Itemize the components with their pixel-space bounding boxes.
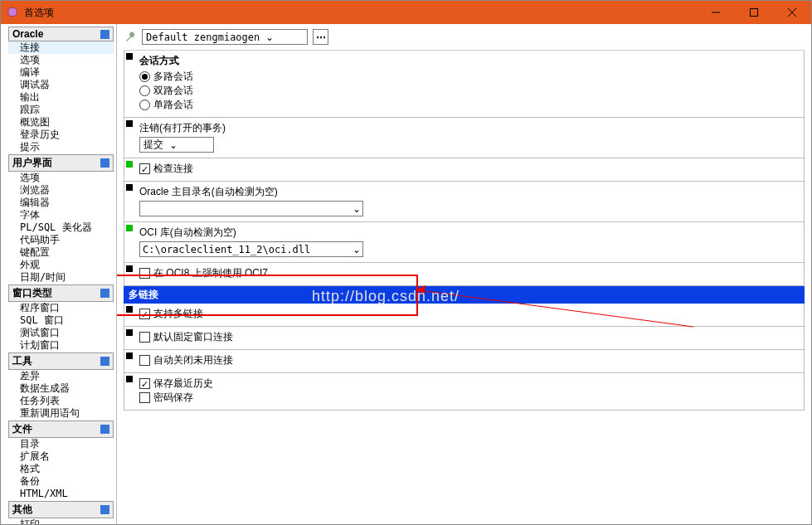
- tree-item[interactable]: 键配置: [8, 246, 114, 259]
- support-multi-checkbox[interactable]: [139, 309, 150, 319]
- tree-item[interactable]: 目录: [8, 438, 114, 450]
- category-header[interactable]: 文件: [8, 420, 114, 438]
- category-header[interactable]: 用户界面: [8, 154, 114, 172]
- chevron-down-icon: ⌄: [350, 244, 362, 255]
- logout-value: 提交: [140, 138, 167, 152]
- tree-item[interactable]: 字体: [8, 209, 114, 221]
- save-password-checkbox[interactable]: [139, 392, 150, 403]
- svg-rect-2: [751, 9, 758, 17]
- tree-item[interactable]: 数据生成器: [8, 382, 114, 395]
- tree-item[interactable]: 外观: [8, 259, 114, 271]
- handle-icon: [126, 306, 133, 313]
- force-oci7-label: 在 OCI8 上强制使用 OCI7: [153, 266, 268, 280]
- session-radio[interactable]: [139, 85, 150, 96]
- tree-item[interactable]: PL/SQL 美化器: [8, 221, 114, 234]
- tree-item[interactable]: 提示: [8, 141, 114, 153]
- tree-item[interactable]: 代码助手: [8, 234, 114, 246]
- tree-item[interactable]: 选项: [8, 172, 114, 184]
- force-oci7-checkbox[interactable]: [139, 268, 150, 279]
- tree-item[interactable]: 测试窗口: [8, 327, 114, 339]
- session-heading: 会话方式: [139, 54, 799, 68]
- tree-item[interactable]: 编译: [8, 66, 114, 79]
- category-header[interactable]: 工具: [8, 352, 114, 370]
- tree-item[interactable]: 备份: [8, 475, 114, 488]
- tree-item[interactable]: 格式: [8, 463, 114, 475]
- handle-icon: [126, 53, 133, 60]
- session-radio[interactable]: [139, 71, 150, 82]
- category-label: 文件: [12, 422, 32, 436]
- titlebar: 首选项: [1, 1, 811, 24]
- tree-item[interactable]: 计划窗口: [8, 339, 114, 352]
- dropdown-icon: [100, 30, 109, 39]
- category-label: 用户界面: [12, 156, 52, 170]
- fixed-window-checkbox[interactable]: [139, 332, 150, 343]
- wrench-icon: [124, 31, 137, 44]
- handle-icon: [126, 376, 133, 382]
- tree-item[interactable]: 选项: [8, 54, 114, 66]
- logout-label: 注销(有打开的事务): [139, 121, 799, 135]
- profile-select[interactable]: Default zengmiaogen ⌄: [142, 29, 308, 45]
- tree-item[interactable]: 登录历史: [8, 129, 114, 141]
- save-history-label: 保存最近历史: [153, 377, 213, 391]
- chevron-down-icon: ⌄: [167, 139, 179, 151]
- category-header[interactable]: Oracle: [8, 27, 114, 41]
- support-multi-label: 支持多链接: [153, 307, 203, 321]
- profile-value: Default zengmiaogen: [143, 32, 263, 43]
- sidebar[interactable]: Oracle连接选项编译调试器输出跟踪概览图登录历史提示用户界面选项浏览器编辑器…: [1, 24, 117, 524]
- category-header[interactable]: 其他: [8, 501, 114, 518]
- tree-item[interactable]: 输出: [8, 91, 114, 104]
- category-header[interactable]: 窗口类型: [8, 284, 114, 302]
- section-save-history: 保存最近历史 密码保存: [124, 373, 805, 411]
- section-auto-close: 自动关闭未用连接: [124, 350, 805, 373]
- section-support-multi: 支持多链接: [124, 304, 805, 327]
- tree-item[interactable]: 调试器: [8, 79, 114, 91]
- check-connection-checkbox[interactable]: [139, 163, 150, 174]
- tree-item[interactable]: 日期/时间: [8, 271, 114, 284]
- dropdown-icon: [100, 357, 109, 366]
- chevron-down-icon: ⌄: [350, 203, 362, 215]
- auto-close-label: 自动关闭未用连接: [153, 353, 233, 367]
- dropdown-icon: [100, 289, 109, 298]
- handle-icon: [126, 225, 133, 231]
- session-radio-label: 双路会话: [153, 84, 193, 98]
- handle-icon: [126, 120, 133, 127]
- tree-item[interactable]: 连接: [8, 41, 114, 54]
- section-logout: 注销(有打开的事务) 提交 ⌄: [124, 118, 805, 158]
- tree-item[interactable]: SQL 窗口: [8, 314, 114, 327]
- close-button[interactable]: [773, 1, 811, 24]
- more-button[interactable]: ⋯: [313, 29, 328, 45]
- section-force-oci7: 在 OCI8 上强制使用 OCI7: [124, 263, 805, 286]
- session-radio-label: 单路会话: [153, 98, 193, 112]
- tree-item[interactable]: 差异: [8, 370, 114, 382]
- tree-item[interactable]: 浏览器: [8, 184, 114, 197]
- handle-icon: [126, 265, 133, 272]
- save-history-checkbox[interactable]: [139, 378, 150, 389]
- tree-item[interactable]: 跟踪: [8, 104, 114, 116]
- tree-item[interactable]: 重新调用语句: [8, 407, 114, 420]
- oracle-home-label: Oracle 主目录名(自动检测为空): [139, 185, 799, 199]
- category-label: Oracle: [12, 28, 43, 40]
- logout-select[interactable]: 提交 ⌄: [139, 137, 214, 153]
- minimize-button[interactable]: [697, 1, 735, 24]
- tree-item[interactable]: 编辑器: [8, 197, 114, 209]
- tree-item[interactable]: HTML/XML: [8, 488, 114, 500]
- session-radio[interactable]: [139, 100, 150, 110]
- tree-item[interactable]: 程序窗口: [8, 302, 114, 314]
- oracle-home-input[interactable]: ⌄: [139, 201, 363, 216]
- maximize-button[interactable]: [735, 1, 773, 24]
- tree-item[interactable]: 打印: [8, 518, 114, 524]
- tree-item[interactable]: 任务列表: [8, 395, 114, 407]
- handle-icon: [126, 352, 133, 359]
- oci-label: OCI 库(自动检测为空): [139, 226, 799, 240]
- save-password-label: 密码保存: [153, 391, 193, 405]
- oci-input[interactable]: C:\oracleclient_11_2\oci.dll ⌄: [139, 241, 363, 257]
- handle-icon: [126, 161, 133, 168]
- window-title: 首选项: [24, 6, 697, 20]
- fixed-window-label: 默认固定窗口连接: [153, 330, 233, 344]
- category-label: 其他: [12, 503, 32, 517]
- tree-item[interactable]: 扩展名: [8, 450, 114, 463]
- category-label: 工具: [12, 354, 32, 368]
- tree-item[interactable]: 概览图: [8, 116, 114, 129]
- auto-close-checkbox[interactable]: [139, 355, 150, 366]
- section-check-connection: 检查连接: [124, 158, 805, 182]
